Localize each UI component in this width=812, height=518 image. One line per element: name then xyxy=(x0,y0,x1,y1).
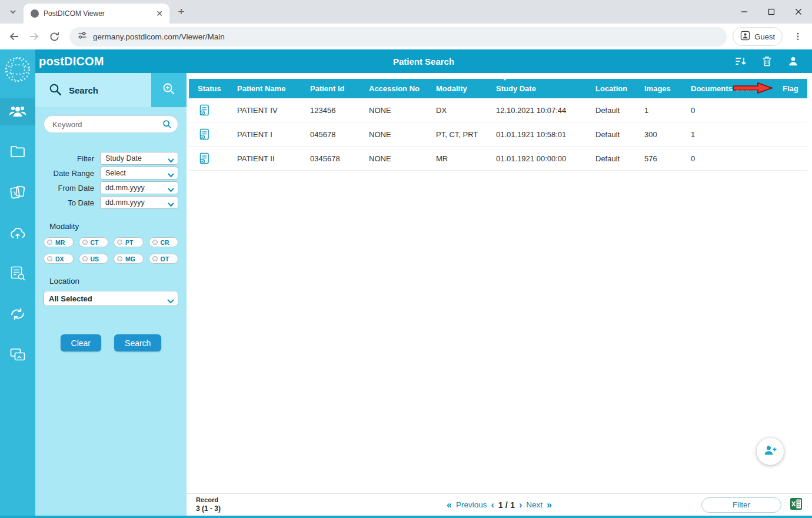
modality-checkbox-mg[interactable]: MG xyxy=(114,254,144,264)
new-tab-button[interactable]: + xyxy=(173,4,189,20)
sidebar-rail xyxy=(0,49,35,518)
app-header: postDICOM Patient Search xyxy=(0,49,812,73)
tab-close-icon[interactable]: ✕ xyxy=(154,8,165,19)
tab-advanced-search[interactable] xyxy=(151,73,187,107)
col-modality[interactable]: Modality xyxy=(436,84,496,93)
sidebar-item-studies[interactable] xyxy=(0,180,35,207)
checkbox-circle-icon xyxy=(117,240,122,245)
sidebar-item-transfer[interactable] xyxy=(0,342,35,369)
browser-tab[interactable]: PostDICOM Viewer ✕ xyxy=(24,4,169,24)
search-panel: Search Filter St xyxy=(35,73,187,518)
study-cards-icon xyxy=(9,184,26,202)
modality-checkbox-mr[interactable]: MR xyxy=(44,237,74,247)
profile-button[interactable]: Guest xyxy=(733,27,783,46)
search-button[interactable]: Search xyxy=(114,334,161,351)
annotation-arrow xyxy=(733,82,773,95)
study-status-icon[interactable] xyxy=(198,104,237,117)
modality-option-label: PT xyxy=(125,239,133,246)
chevron-down-icon xyxy=(168,157,174,165)
modality-option-label: DX xyxy=(55,255,64,263)
modality-checkbox-ct[interactable]: CT xyxy=(79,237,109,247)
site-settings-icon[interactable] xyxy=(78,31,87,42)
keyword-input[interactable] xyxy=(44,115,178,133)
profile-label: Guest xyxy=(754,32,775,41)
modality-checkbox-cr[interactable]: CR xyxy=(149,237,179,247)
sidebar-item-folders[interactable] xyxy=(0,139,35,166)
filter-button[interactable]: Filter xyxy=(701,497,781,513)
from-date-input[interactable]: dd.mm.yyyy xyxy=(100,181,178,194)
next-page-icon[interactable]: › xyxy=(519,500,522,510)
cell-patient-name: PATIENT I xyxy=(237,130,310,139)
cell-documents-count: 1 xyxy=(691,130,783,139)
postdicom-logo: postDICOM xyxy=(39,55,104,68)
search-tab-label: Search xyxy=(69,85,98,95)
date-range-select[interactable]: Select xyxy=(100,167,178,180)
modality-option-label: MG xyxy=(125,255,135,263)
col-location[interactable]: Location xyxy=(595,84,644,93)
transfer-icon xyxy=(9,347,26,364)
col-flag[interactable]: Flag xyxy=(783,84,807,93)
app-window: postDICOM Patient Search xyxy=(0,49,812,518)
study-status-icon[interactable] xyxy=(198,128,237,141)
modality-checkbox-dx[interactable]: DX xyxy=(44,254,74,264)
maximize-button[interactable] xyxy=(758,0,785,24)
previous-button[interactable]: Previous xyxy=(456,500,487,509)
modality-option-label: CR xyxy=(161,239,169,246)
location-value: All Selected xyxy=(49,294,92,303)
address-bar[interactable]: germany.postdicom.com/Viewer/Main xyxy=(69,27,727,47)
trash-icon[interactable] xyxy=(762,55,772,67)
next-button[interactable]: Next xyxy=(526,500,543,509)
modality-checkbox-pt[interactable]: PT xyxy=(114,237,144,247)
browser-menu-icon[interactable] xyxy=(788,27,807,46)
close-button[interactable] xyxy=(785,0,812,24)
col-patient-id[interactable]: Patient Id xyxy=(310,84,369,93)
col-patient-name[interactable]: Patient Name xyxy=(237,84,310,93)
location-select[interactable]: All Selected xyxy=(44,291,178,306)
back-icon[interactable] xyxy=(5,27,24,46)
profile-icon xyxy=(740,31,750,42)
cell-location: Default xyxy=(595,154,644,163)
cloud-upload-icon xyxy=(9,226,26,242)
search-tab-icon xyxy=(48,82,62,98)
sync-arrows-icon xyxy=(9,307,26,324)
clear-button[interactable]: Clear xyxy=(61,334,101,351)
sidebar-item-worklist[interactable] xyxy=(0,261,35,288)
add-patient-fab[interactable] xyxy=(757,438,784,465)
cell-images: 1 xyxy=(644,106,691,115)
sidebar-item-patient-search[interactable] xyxy=(0,98,35,125)
forward-icon[interactable] xyxy=(25,27,44,46)
col-images[interactable]: Images xyxy=(644,84,691,93)
sidebar-item-share[interactable] xyxy=(0,301,35,328)
checkbox-circle-icon xyxy=(47,240,52,245)
sidebar-item-upload[interactable] xyxy=(0,220,35,247)
results-area: Status Patient Name Patient Id Accession… xyxy=(187,73,812,518)
col-accession-no[interactable]: Accession No xyxy=(369,84,436,93)
table-row[interactable]: PATIENT IV 123456 NONE DX 12.10.2021 10:… xyxy=(189,98,807,122)
col-study-date[interactable]: Study Date xyxy=(496,84,595,93)
refresh-icon[interactable] xyxy=(45,27,64,46)
excel-export-icon[interactable] xyxy=(790,497,803,513)
tab-search[interactable]: Search xyxy=(35,73,151,107)
modality-checkbox-ot[interactable]: OT xyxy=(149,254,179,264)
keyword-search-icon[interactable] xyxy=(162,119,172,131)
first-page-icon[interactable]: « xyxy=(447,500,452,510)
modality-option-label: CT xyxy=(91,239,99,246)
minimize-button[interactable] xyxy=(731,0,758,24)
modality-label: Modality xyxy=(49,222,178,231)
prev-page-icon[interactable]: ‹ xyxy=(491,500,494,510)
advanced-search-icon xyxy=(161,81,177,99)
col-status[interactable]: Status xyxy=(198,84,237,93)
user-account-icon[interactable] xyxy=(787,55,799,67)
table-row[interactable]: PATIENT II 0345678 NONE MR 01.01.1921 00… xyxy=(189,147,807,171)
last-page-icon[interactable]: » xyxy=(547,500,552,510)
cell-patient-id: 0345678 xyxy=(310,154,369,163)
table-row[interactable]: PATIENT I 045678 NONE PT, CT, PRT 01.01.… xyxy=(189,122,807,147)
cell-modality: PT, CT, PRT xyxy=(436,130,496,139)
study-status-icon[interactable] xyxy=(198,152,237,165)
sort-order-icon[interactable] xyxy=(734,55,747,67)
tab-search-caret-icon[interactable] xyxy=(5,4,21,20)
to-date-input[interactable]: dd.mm.yyyy xyxy=(100,196,178,209)
filter-select[interactable]: Study Date xyxy=(100,152,178,165)
modality-checkbox-us[interactable]: US xyxy=(79,254,109,264)
window-controls xyxy=(731,0,812,24)
